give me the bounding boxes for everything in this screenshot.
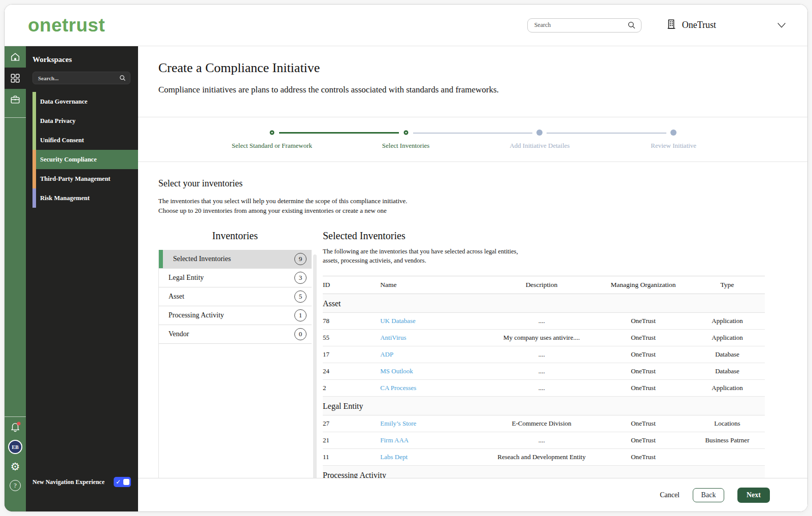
- header-right: OneTrust: [527, 18, 787, 33]
- home-icon[interactable]: [5, 46, 26, 68]
- inventory-link[interactable]: Emily’s Store: [380, 420, 416, 427]
- scrollbar[interactable]: [313, 254, 317, 487]
- table-row: 78UK Database....OneTrustApplication: [323, 313, 765, 330]
- table-row: 21Firm AAA....OneTrustBusiness Patrner: [323, 432, 765, 449]
- back-button[interactable]: Back: [693, 488, 724, 502]
- group-header-row: Asset: [323, 294, 765, 313]
- count-badge: 5: [294, 291, 307, 303]
- step-4-dot: [670, 130, 676, 136]
- global-search-input[interactable]: [527, 18, 641, 33]
- step-1-label: Select Standard or Framework: [206, 142, 338, 150]
- wizard-footer: Cancel Back Next: [138, 478, 807, 511]
- selected-inventories-panel: Selected Inventories The following are t…: [323, 230, 765, 502]
- workspaces-search-input[interactable]: [32, 72, 130, 84]
- cell-description: My company uses antivire....: [486, 330, 597, 346]
- check-icon: ✓: [116, 478, 121, 486]
- sidebar-item-label: Risk Management: [40, 195, 90, 202]
- sidebar-item-third-party-management[interactable]: Third-Party Management: [32, 169, 138, 188]
- step-3-dot: [536, 130, 543, 136]
- cell-managing-organization: OneTrust: [597, 330, 690, 346]
- cell-name: MS Outlook: [380, 363, 486, 380]
- inventory-filter-legal-entity[interactable]: Legal Entity3: [159, 269, 312, 287]
- help-icon[interactable]: ?: [10, 480, 21, 491]
- group-header-row: Legal Entity: [323, 397, 765, 415]
- section-heading: Select your inventories: [158, 178, 765, 189]
- sidebar-item-label: Third-Party Management: [40, 175, 111, 183]
- icon-rail: EB ⚙ ?: [5, 46, 26, 511]
- avatar[interactable]: EB: [8, 440, 22, 454]
- group-name: Asset: [323, 294, 765, 313]
- cell-description: E-Commerce Division: [486, 415, 597, 432]
- inventory-filter-processing-activity[interactable]: Processing Activity1: [159, 306, 312, 325]
- table-row: 24MS Outlook....OneTrustDatabase: [323, 363, 765, 380]
- app-window: onetrust OneTrust: [4, 4, 808, 512]
- column-header: ID: [323, 276, 380, 294]
- category-strip: [32, 111, 36, 131]
- sidebar-item-risk-management[interactable]: Risk Management: [32, 188, 138, 208]
- category-strip: [32, 131, 36, 150]
- cell-managing-organization: OneTrust: [597, 380, 690, 397]
- sidebar-item-data-governance[interactable]: Data Governance: [32, 92, 138, 111]
- inventory-filter-asset[interactable]: Asset5: [159, 287, 312, 306]
- count-badge: 9: [294, 253, 307, 265]
- sidebar-item-unified-consent[interactable]: Unified Consent: [32, 131, 138, 150]
- cell-name: CA Processes: [380, 380, 486, 397]
- cell-id: 55: [323, 330, 380, 346]
- inventories-list: Selected Inventories9Legal Entity3Asset5…: [158, 250, 312, 489]
- selected-inventories-title: Selected Inventories: [323, 230, 765, 242]
- inventory-link[interactable]: Firm AAA: [380, 436, 409, 444]
- briefcase-icon[interactable]: [5, 89, 26, 110]
- cell-name: UK Database: [380, 313, 486, 330]
- inventory-link[interactable]: CA Processes: [380, 384, 416, 392]
- workspaces-title: Workspaces: [26, 55, 138, 64]
- step-3-label: Add Initiative Detailes: [473, 142, 605, 150]
- inventory-link[interactable]: AntiVirus: [380, 334, 406, 341]
- workspaces-menu: Data GovernanceData PrivacyUnified Conse…: [32, 92, 138, 208]
- cell-name: AntiVirus: [380, 330, 486, 346]
- cell-managing-organization: OneTrust: [597, 363, 690, 380]
- new-navigation-toggle[interactable]: ✓: [114, 477, 131, 487]
- onetrust-logo: onetrust: [28, 15, 105, 36]
- org-switcher[interactable]: OneTrust: [666, 18, 787, 32]
- column-header: Description: [486, 276, 597, 294]
- selected-indicator-bar: [159, 250, 163, 268]
- inventories-title: Inventories: [158, 230, 312, 242]
- settings-gear-icon[interactable]: ⚙: [11, 462, 20, 472]
- page-subtitle: Compliance initiatives are plans to addr…: [158, 85, 787, 95]
- workspaces-grid-icon[interactable]: [5, 68, 26, 89]
- next-button[interactable]: Next: [737, 488, 770, 503]
- sidebar-item-label: Unified Consent: [40, 137, 84, 144]
- table-header: IDNameDescriptionManaging OrganizationTy…: [323, 276, 765, 294]
- inventory-link[interactable]: MS Outlook: [380, 367, 413, 375]
- step-4-label: Review Initiative: [607, 142, 739, 150]
- cancel-button[interactable]: Cancel: [660, 491, 680, 499]
- sidebar-item-data-privacy[interactable]: Data Privacy: [32, 111, 138, 131]
- step-1-dot: [269, 131, 274, 135]
- inventory-filter-selected-inventories[interactable]: Selected Inventories9: [159, 250, 312, 269]
- sidebar-item-label: Security Compliance: [40, 156, 96, 164]
- inventory-link[interactable]: ADP: [380, 350, 393, 358]
- section-description-line2: Choose up to 20 inventories from among y…: [158, 206, 765, 216]
- cell-name: ADP: [380, 346, 486, 363]
- cell-description: ....: [486, 363, 597, 380]
- cell-id: 24: [323, 363, 380, 380]
- inventory-link[interactable]: UK Database: [380, 317, 416, 325]
- count-badge: 3: [294, 272, 307, 284]
- notifications-bell-icon[interactable]: [10, 421, 21, 432]
- category-strip: [32, 169, 36, 188]
- cell-name: Emily’s Store: [380, 415, 486, 432]
- cell-type: [690, 449, 765, 466]
- cell-description: ....: [486, 380, 597, 397]
- chevron-down-icon[interactable]: [776, 21, 787, 29]
- inventory-filter-label: Selected Inventories: [168, 255, 231, 263]
- top-header: onetrust OneTrust: [5, 5, 807, 46]
- rail-divider: [5, 117, 26, 118]
- title-block: Create a Compliance Initiative Complianc…: [138, 46, 807, 117]
- sidebar-item-security-compliance[interactable]: Security Compliance: [32, 150, 138, 169]
- rail-bottom: EB ⚙ ?: [8, 421, 22, 491]
- inventory-link[interactable]: Labs Dept: [380, 453, 408, 461]
- app-body: EB ⚙ ? Workspaces Data GovernanceData Pr…: [5, 46, 807, 511]
- inventory-filter-vendor[interactable]: Vendor0: [159, 325, 312, 344]
- section-description-line1: The inventories that you select will hel…: [158, 197, 765, 206]
- sidebar: EB ⚙ ? Workspaces Data GovernanceData Pr…: [5, 46, 138, 511]
